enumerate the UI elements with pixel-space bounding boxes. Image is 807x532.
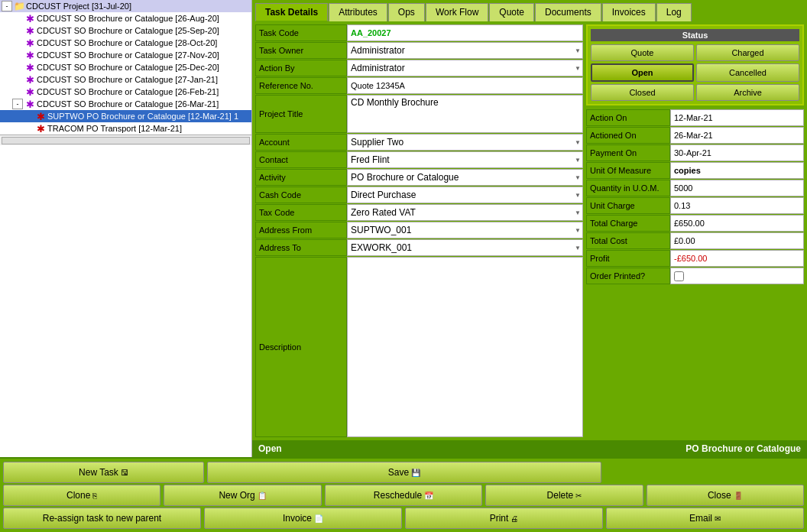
quantity-label: Quantity in U.O.M. (586, 180, 670, 196)
address-to-value[interactable]: EXWORK_001 ▼ (347, 239, 583, 256)
task-owner-value[interactable]: Administrator ▼ (347, 42, 583, 59)
new-task-button[interactable]: New Task 🖫 (3, 462, 204, 483)
tab-task-details[interactable]: Task Details (255, 3, 328, 21)
activity-dropdown-icon[interactable]: ▼ (575, 174, 581, 181)
tab-work-flow[interactable]: Work Flow (426, 3, 488, 21)
total-charge-value[interactable]: £650.00 (670, 215, 804, 232)
reference-no-value[interactable]: Quote 12345A (347, 77, 583, 94)
description-value[interactable] (347, 257, 583, 437)
tab-documents[interactable]: Documents (535, 3, 601, 21)
status-btn-closed[interactable]: Closed (591, 84, 694, 101)
contact-value[interactable]: Fred Flint ▼ (347, 151, 583, 168)
account-value[interactable]: Supplier Two ▼ (347, 134, 583, 151)
tree-item-9[interactable]: ✱SUPTWO PO Brochure or Catalogue [12-Mar… (0, 110, 252, 122)
form-right: Status QuoteChargedOpenCancelledClosedAr… (586, 24, 804, 437)
activity-label: Activity (255, 169, 347, 186)
tree-item-1[interactable]: ✱CDCUST SO Brochure or Catalogue [26-Aug… (0, 12, 252, 24)
tree-item-0[interactable]: -📁CDCUST Project [31-Jul-20] (0, 0, 252, 12)
unit-of-measure-value[interactable]: copies (670, 162, 804, 179)
status-btn-quote[interactable]: Quote (591, 44, 694, 61)
delete-button[interactable]: Delete ✂ (485, 485, 643, 506)
tab-log[interactable]: Log (656, 3, 692, 21)
status-buttons: QuoteChargedOpenCancelledClosedArchive (591, 44, 799, 101)
address-to-dropdown-icon[interactable]: ▼ (575, 245, 581, 251)
status-bar-right: PO Brochure or Catalogue (685, 443, 801, 454)
actioned-on-value[interactable]: 26-Mar-21 (670, 127, 804, 144)
reschedule-button[interactable]: Reschedule 📅 (325, 485, 482, 506)
expand-icon-8[interactable]: - (12, 99, 23, 109)
delete-icon: ✂ (575, 491, 582, 500)
close-button[interactable]: Close 🚪 (647, 485, 804, 506)
cash-code-dropdown-icon[interactable]: ▼ (575, 192, 581, 199)
tab-invoices[interactable]: Invoices (602, 3, 656, 21)
profit-value[interactable]: -£650.00 (670, 250, 804, 267)
tree-panel: -📁CDCUST Project [31-Jul-20]✱CDCUST SO B… (0, 0, 252, 457)
total-cost-value[interactable]: £0.00 (670, 232, 804, 249)
invoice-icon: 📄 (314, 514, 323, 523)
tree-icon-0: 📁 (14, 1, 24, 11)
tree-icon-1: ✱ (24, 13, 35, 24)
email-button[interactable]: Email ✉ (606, 508, 804, 529)
status-bar-bottom: Open PO Brochure or Catalogue (252, 440, 807, 457)
tree-item-10[interactable]: ✱TRACOM PO Transport [12-Mar-21] (0, 122, 252, 135)
address-from-value[interactable]: SUPTWO_001 ▼ (347, 222, 583, 238)
order-printed-checkbox[interactable] (674, 271, 684, 281)
unit-of-measure-label: Unit Of Measure (586, 162, 670, 179)
tree-item-6[interactable]: ✱CDCUST SO Brochure or Catalogue [27-Jan… (0, 73, 252, 86)
reassign-button[interactable]: Re-assign task to new parent (3, 508, 201, 529)
tree-label-6: CDCUST SO Brochure or Catalogue [27-Jan-… (37, 75, 218, 84)
activity-value[interactable]: PO Brochure or Catalogue ▼ (347, 169, 583, 186)
account-dropdown-icon[interactable]: ▼ (575, 139, 581, 146)
account-label: Account (255, 134, 347, 151)
expand-icon-0[interactable]: - (2, 1, 12, 11)
status-bar-left: Open (258, 443, 282, 454)
tree-item-8[interactable]: -✱CDCUST SO Brochure or Catalogue [26-Ma… (0, 98, 252, 110)
status-btn-cancelled[interactable]: Cancelled (696, 63, 799, 82)
status-btn-archive[interactable]: Archive (696, 84, 799, 101)
cash-code-value[interactable]: Direct Purchase ▼ (347, 187, 583, 203)
tax-code-value[interactable]: Zero Rated VAT ▼ (347, 204, 583, 221)
tree-item-7[interactable]: ✱CDCUST SO Brochure or Catalogue [26-Feb… (0, 86, 252, 98)
save-button[interactable]: Save 💾 (207, 462, 601, 483)
form-area: Task Code AA_20027 Task Owner Administra… (252, 21, 807, 440)
new-org-button[interactable]: New Org 📋 (164, 485, 321, 506)
order-printed-label: Order Printed? (586, 268, 670, 284)
order-printed-value[interactable] (670, 268, 804, 284)
tax-code-dropdown-icon[interactable]: ▼ (575, 209, 581, 216)
status-btn-open[interactable]: Open (591, 63, 694, 82)
total-charge-label: Total Charge (586, 215, 670, 232)
project-title-label: Project Title (255, 95, 347, 133)
tree-item-4[interactable]: ✱CDCUST SO Brochure or Catalogue [27-Nov… (0, 49, 252, 61)
tab-quote[interactable]: Quote (489, 3, 534, 21)
action-on-value[interactable]: 12-Mar-21 (670, 109, 804, 126)
task-owner-row: Task Owner Administrator ▼ (255, 42, 583, 59)
contact-dropdown-icon[interactable]: ▼ (575, 157, 581, 164)
tree-item-5[interactable]: ✱CDCUST SO Brochure or Catalogue [25-Dec… (0, 61, 252, 73)
task-code-value[interactable]: AA_20027 (347, 24, 583, 41)
tree-item-3[interactable]: ✱CDCUST SO Brochure or Catalogue [28-Oct… (0, 37, 252, 49)
tree-item-2[interactable]: ✱CDCUST SO Brochure or Catalogue [25-Sep… (0, 24, 252, 37)
task-code-row: Task Code AA_20027 (255, 24, 583, 41)
tab-ops[interactable]: Ops (388, 3, 425, 21)
clone-button[interactable]: Clone ⎘ (3, 485, 160, 506)
tree-label-3: CDCUST SO Brochure or Catalogue [28-Oct-… (37, 38, 217, 47)
btn-row-3: Re-assign task to new parent Invoice 📄 P… (3, 508, 804, 529)
quantity-value[interactable]: 5000 (670, 180, 804, 196)
action-by-value[interactable]: Administrator ▼ (347, 60, 583, 76)
project-title-value[interactable]: CD Monthly Brochure (347, 95, 583, 133)
tab-attributes[interactable]: Attributes (329, 3, 387, 21)
tabs-bar: Task DetailsAttributesOpsWork FlowQuoteD… (252, 0, 807, 21)
address-from-dropdown-icon[interactable]: ▼ (575, 227, 581, 234)
action-by-dropdown-icon[interactable]: ▼ (575, 65, 581, 72)
invoice-button[interactable]: Invoice 📄 (204, 508, 402, 529)
btn-row-1: New Task 🖫 Save 💾 (3, 462, 804, 483)
bottom-buttons: New Task 🖫 Save 💾 Clone ⎘ New Org 📋 Resc… (0, 457, 807, 532)
print-button[interactable]: Print 🖨 (405, 508, 603, 529)
payment-on-value[interactable]: 30-Apr-21 (670, 144, 804, 161)
tree-scrollbar[interactable] (0, 135, 251, 145)
status-btn-charged[interactable]: Charged (696, 44, 799, 61)
unit-charge-value[interactable]: 0.13 (670, 197, 804, 214)
tree-icon-7: ✱ (24, 86, 35, 97)
task-owner-dropdown-icon[interactable]: ▼ (575, 47, 581, 54)
reference-no-row: Reference No. Quote 12345A (255, 77, 583, 94)
